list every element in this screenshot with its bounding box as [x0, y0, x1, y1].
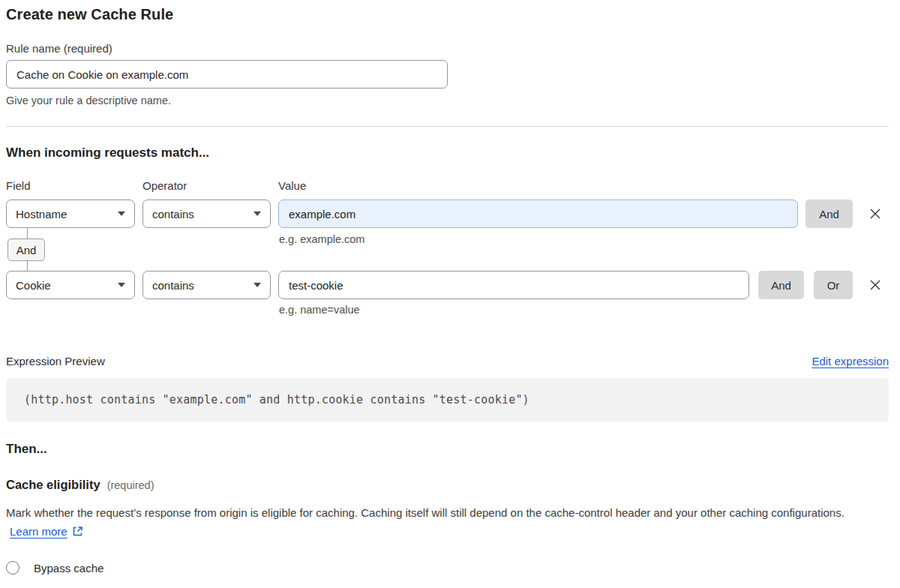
value-column-label: Value [278, 179, 306, 192]
remove-condition-row2-button[interactable] [866, 275, 885, 295]
add-or-button-row2[interactable]: Or [814, 271, 853, 299]
expression-code-block: (http.host contains "example.com" and ht… [6, 378, 889, 422]
connector-and-button[interactable]: And [8, 238, 45, 261]
operator-select-row2-value: contains [152, 279, 194, 292]
field-select-row1-value: Hostname [16, 208, 67, 220]
connector-and-label: And [16, 244, 37, 256]
section-divider [6, 126, 889, 127]
chevron-down-icon [254, 283, 261, 287]
cache-eligibility-description: Mark whether the request’s response from… [6, 503, 876, 542]
edit-expression-link[interactable]: Edit expression [812, 355, 889, 368]
value-input-row2[interactable] [278, 271, 749, 299]
cache-eligibility-header: Cache eligibility (required) [6, 478, 889, 492]
operator-select-row1[interactable]: contains [142, 200, 271, 228]
value-input-row1[interactable] [278, 200, 798, 228]
chevron-down-icon [254, 212, 261, 216]
learn-more-link[interactable]: Learn more [10, 525, 68, 538]
close-icon [868, 278, 883, 292]
expression-preview-label: Expression Preview [6, 355, 105, 368]
page-title: Create new Cache Rule [6, 6, 889, 23]
rule-name-section: Rule name (required) Give your rule a de… [6, 42, 889, 106]
chevron-down-icon [118, 212, 125, 216]
condition-builder: Field Operator Value And Hostname contai… [6, 179, 889, 322]
add-and-button-row1[interactable]: And [806, 200, 853, 228]
cache-eligibility-label: Cache eligibility [6, 478, 100, 492]
close-icon [868, 206, 883, 221]
value-hint-row2: e.g. name=value [279, 304, 360, 316]
operator-select-row2[interactable]: contains [142, 271, 271, 299]
remove-condition-row1-button[interactable] [866, 204, 885, 224]
then-heading: Then... [6, 442, 889, 457]
field-select-row2[interactable]: Cookie [6, 271, 135, 299]
external-link-icon [72, 524, 83, 542]
radio-unselected-icon [6, 561, 20, 574]
rule-name-label: Rule name (required) [6, 42, 889, 55]
operator-select-row1-value: contains [152, 208, 194, 220]
add-and-button-row2[interactable]: And [758, 271, 804, 299]
description-text: Mark whether the request’s response from… [6, 506, 844, 519]
value-hint-row1: e.g. example.com [279, 233, 364, 245]
rule-name-input[interactable] [6, 60, 448, 88]
field-column-label: Field [6, 179, 31, 192]
field-select-row1[interactable]: Hostname [6, 200, 135, 228]
rule-name-help: Give your rule a descriptive name. [6, 94, 889, 106]
match-heading: When incoming requests match... [6, 146, 889, 160]
operator-column-label: Operator [142, 179, 187, 192]
radio-option-bypass-cache[interactable]: Bypass cache [6, 561, 889, 574]
chevron-down-icon [118, 283, 125, 287]
field-select-row2-value: Cookie [16, 279, 51, 292]
expression-preview-header: Expression Preview Edit expression [6, 355, 889, 368]
radio-label: Bypass cache [34, 562, 104, 574]
required-note: (required) [107, 479, 154, 491]
